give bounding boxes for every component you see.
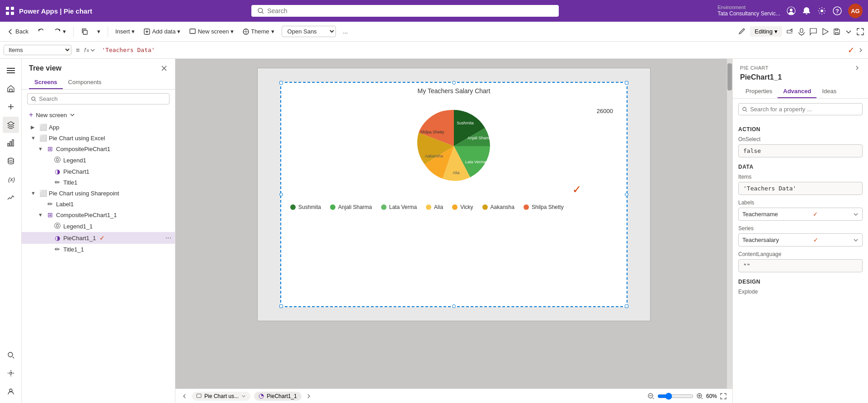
scrollbar-thumb[interactable] (727, 63, 732, 90)
sidebar-icon-search[interactable] (3, 347, 19, 363)
right-panel-search-box[interactable] (738, 103, 863, 115)
tab-screens[interactable]: Screens (29, 76, 63, 89)
handle-bc[interactable] (452, 304, 456, 308)
tree-item-piechart1-1[interactable]: ◑ PieChart1_1 ✓ ··· (22, 232, 175, 244)
zoom-in-icon[interactable] (696, 393, 703, 400)
more-options-button[interactable]: ... (340, 26, 352, 37)
undo-button[interactable] (34, 26, 48, 37)
fullscreen-icon[interactable] (856, 28, 864, 36)
copy-button[interactable] (77, 26, 92, 37)
tree-item-composite1[interactable]: ▼ ⊞ CompositePieChart1 (22, 143, 175, 154)
settings-icon[interactable] (817, 6, 826, 15)
tree-search-box[interactable] (27, 93, 170, 104)
chevron-down-icon[interactable] (844, 28, 853, 36)
paste-button[interactable]: ▾ (94, 26, 104, 37)
handle-br[interactable] (625, 304, 628, 308)
canvas-scroll[interactable]: My Teachers Salary Chart 26000 (175, 59, 732, 389)
tree-item-title1[interactable]: ✏ Title1 (22, 177, 175, 188)
legend-dot (290, 204, 296, 210)
redo-button[interactable]: ▾ (50, 26, 70, 37)
environment-name: Tata Consultancy Servic... (717, 10, 780, 17)
chart-selection-frame[interactable]: My Teachers Salary Chart 26000 (280, 82, 627, 307)
screen-pill[interactable]: Pie Chart us... (192, 392, 250, 401)
svg-rect-2 (6, 12, 9, 15)
tree-item-legend1-1[interactable]: ⓪ Legend1_1 (22, 220, 175, 232)
chat-icon[interactable] (809, 28, 817, 36)
chart-pill[interactable]: PieChart1_1 (254, 392, 302, 401)
tree-item-app[interactable]: ▶ ⬜ App (22, 122, 175, 133)
svg-point-30 (9, 389, 12, 392)
onselect-value[interactable]: false (738, 144, 863, 157)
tab-properties[interactable]: Properties (740, 85, 778, 98)
save-icon[interactable] (833, 28, 841, 36)
search-input[interactable] (267, 7, 552, 14)
tab-advanced[interactable]: Advanced (778, 85, 816, 98)
zoom-slider[interactable] (657, 393, 693, 400)
theme-button[interactable]: Theme ▾ (239, 26, 278, 37)
right-panel-search-input[interactable] (750, 106, 859, 113)
tree-item-pie-excel[interactable]: ▼ ⬜ Pie Chart using Excel (22, 133, 175, 143)
add-data-icon (144, 28, 150, 35)
new-screen-btn[interactable]: + New screen (22, 108, 175, 122)
items-value[interactable]: 'Teachers Data' (738, 182, 863, 195)
tree-item-label: Title1_1 (63, 246, 84, 253)
svg-rect-1 (11, 7, 14, 10)
environment-label: Environment (717, 5, 780, 10)
sidebar-icon-data[interactable] (3, 153, 19, 169)
play-icon[interactable] (821, 28, 829, 36)
sidebar-icon-chart[interactable] (3, 135, 19, 151)
legend-icon: ⓪ (53, 222, 61, 230)
sidebar-icon-settings[interactable] (3, 365, 19, 381)
tree-tabs: Screens Components (22, 76, 175, 90)
tree-item-piechart1[interactable]: ◑ PieChart1 (22, 166, 175, 177)
vertical-scrollbar[interactable] (727, 59, 732, 389)
mic-icon[interactable] (797, 28, 806, 36)
sidebar-icon-menu[interactable] (3, 62, 19, 79)
labels-dropdown[interactable]: Teachername ✓ (738, 208, 863, 221)
new-screen-button[interactable]: New screen ▾ (186, 26, 237, 37)
tree-item-label1[interactable]: ✏ Label1 (22, 199, 175, 209)
handle-mr[interactable] (625, 193, 628, 196)
zoom-out-icon[interactable] (647, 393, 655, 400)
property-selector[interactable]: Items (4, 45, 71, 55)
handle-ml[interactable] (279, 193, 283, 196)
editing-button[interactable]: Editing ▾ (750, 26, 782, 37)
more-btn[interactable]: ··· (165, 234, 171, 242)
help-icon[interactable]: ? (833, 6, 842, 15)
tree-item-title1-1[interactable]: ✏ Title1_1 (22, 244, 175, 255)
tab-components[interactable]: Components (63, 76, 107, 89)
tab-ideas[interactable]: Ideas (816, 85, 842, 98)
sidebar-icon-add[interactable] (3, 99, 19, 115)
tree-close-icon[interactable] (160, 65, 168, 72)
back-button[interactable]: Back (4, 26, 32, 37)
sidebar-icon-analytics[interactable] (3, 189, 19, 205)
fx-dropdown-icon[interactable] (90, 47, 95, 53)
handle-tl[interactable] (279, 81, 283, 85)
sidebar-icon-layers[interactable] (3, 117, 19, 133)
series-dropdown[interactable]: Teachersalary ✓ (738, 233, 863, 247)
sidebar-icon-user[interactable] (3, 383, 19, 399)
handle-bl[interactable] (279, 304, 283, 308)
tree-item-composite1-1[interactable]: ▼ ⊞ CompositePieChart1_1 (22, 209, 175, 220)
font-dropdown[interactable]: Open Sans (282, 26, 336, 37)
tree-item-legend1[interactable]: ⓪ Legend1 (22, 154, 175, 166)
add-data-button[interactable]: Add data ▾ (140, 26, 184, 37)
tree-search-input[interactable] (39, 95, 165, 102)
sidebar-icon-variable[interactable]: (x) (3, 171, 19, 187)
font-selector[interactable]: Open Sans (282, 26, 336, 37)
apps-launcher[interactable] (5, 6, 14, 15)
sidebar-icon-home[interactable] (3, 81, 19, 97)
formula-chevron-right[interactable] (857, 47, 864, 54)
scroll-right-icon[interactable] (305, 393, 312, 400)
tree-item-pie-sharepoint[interactable]: ▼ ⬜ Pie Chart using Sharepoint (22, 188, 175, 199)
share-icon[interactable] (786, 28, 794, 36)
insert-button[interactable]: Insert ▾ (112, 26, 139, 37)
scroll-left-icon[interactable] (181, 393, 188, 400)
expand-icon[interactable] (720, 393, 727, 400)
handle-tc[interactable] (452, 81, 456, 85)
topbar-search-box[interactable] (251, 5, 559, 17)
bell-icon[interactable] (802, 6, 811, 15)
handle-tr[interactable] (625, 81, 628, 85)
contentlang-value[interactable]: "" (738, 259, 863, 272)
right-panel-expand-icon[interactable] (854, 64, 861, 71)
